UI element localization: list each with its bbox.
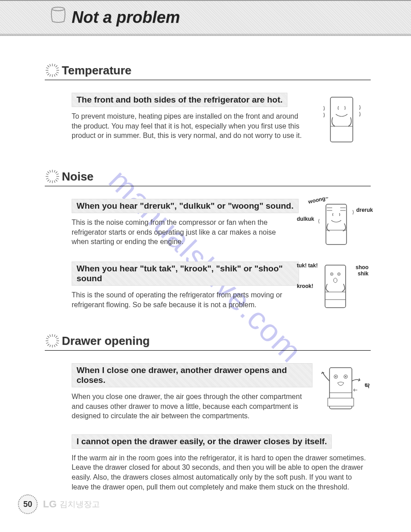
svg-line-27 [50,170,51,172]
jar-icon [47,5,69,23]
svg-line-24 [56,180,57,181]
item-row: When I close one drawer, another drawer … [72,363,371,421]
svg-line-32 [56,178,59,179]
svg-line-53 [47,336,49,338]
svg-line-12 [46,72,48,73]
svg-line-8 [47,73,49,75]
svg-line-31 [56,174,59,175]
item-title: The front and both sides of the refriger… [72,93,287,107]
header-band: Not a problem [0,0,411,36]
page-number: 50 [18,494,38,514]
label-shik: shik [358,270,368,277]
section-header: Drawer opening [45,333,371,351]
section-title: Drawer opening [62,334,150,348]
item-row: When you hear "dreruk", "dulkuk" or "woo… [72,199,371,248]
svg-line-30 [46,178,48,179]
svg-line-26 [47,180,49,181]
svg-line-33 [50,180,51,183]
svg-line-55 [56,336,57,338]
item-body: This is the sound of operating the refri… [72,290,299,309]
sunburst-icon [45,333,60,348]
label-krook: krook! [297,283,313,289]
svg-line-10 [54,64,55,66]
svg-line-28 [54,170,55,172]
item-body: To prevent moisture, heating pipes are i… [72,112,313,141]
section-title: Noise [62,170,94,184]
section-header: Noise [45,169,371,186]
svg-point-46 [331,274,332,275]
svg-line-14 [56,72,59,73]
page-title: Not a problem [72,8,180,27]
item-body: When you close one drawer, the air goes … [72,392,313,421]
svg-line-11 [46,68,48,69]
svg-line-25 [56,172,57,173]
footer-korean-text: 김치냉장고 [60,499,100,510]
svg-line-57 [50,335,51,337]
fridge-drawer-illustration: 탁 [313,363,371,412]
section-drawer: Drawer opening When I close one drawer, … [45,333,371,492]
section-temperature: Temperature The front and both sides of … [45,63,371,146]
item-title: When you hear "dreruk", "dulkuk" or "woo… [72,199,299,213]
item-text: I cannot open the drawer easily, or the … [72,434,371,492]
svg-line-54 [56,344,57,346]
svg-line-16 [54,74,55,77]
label-dreruk: dreruk [356,207,373,213]
item-body: This is the noise coming from the compre… [72,218,299,247]
section-title: Temperature [62,64,132,77]
page-footer: 50 LG 김치냉장고 [18,494,100,514]
label-shoo: shoo [355,264,368,270]
svg-line-9 [50,64,51,66]
item-text: When you hear "tuk tak", "krook", "shik"… [72,262,299,309]
item-title: I cannot open the drawer easily, or the … [72,434,332,449]
item-body: If the warm air in the room goes into th… [72,453,371,492]
label-dulkuk: dulkuk [297,216,314,222]
item-title: When you hear "tuk tak", "krook", "shik"… [72,262,299,286]
fridge-noise2-illustration: tuk! tak! shoo shik krook! [299,262,371,311]
item-title: When I close one drawer, another drawer … [72,363,313,387]
sunburst-icon [45,63,60,78]
footer-brand: LG [43,498,57,510]
item-row: When you hear "tuk tak", "krook", "shik"… [72,262,371,311]
svg-line-23 [47,172,49,173]
svg-point-70 [335,376,337,378]
svg-point-0 [52,7,64,11]
svg-line-61 [56,338,59,339]
svg-line-58 [54,335,55,337]
label-tuktak: tuk! tak! [297,262,318,269]
svg-line-62 [56,343,59,343]
svg-line-63 [50,345,51,347]
svg-rect-41 [325,265,346,308]
item-row: The front and both sides of the refriger… [72,93,371,146]
svg-point-47 [338,274,339,275]
svg-line-5 [47,65,49,67]
svg-line-15 [50,74,51,77]
sunburst-icon [45,169,60,184]
item-row: I cannot open the drawer easily, or the … [72,434,371,492]
svg-line-56 [47,344,49,346]
fridge-noise1-illustration: woong~ dreruk dulkuk [299,199,371,248]
section-noise: Noise When you hear "dreruk", "dulkuk" o… [45,169,371,311]
item-text: The front and both sides of the refriger… [72,93,313,141]
svg-line-64 [54,345,55,347]
item-text: When you hear "dreruk", "dulkuk" or "woo… [72,199,299,247]
svg-point-71 [345,376,347,378]
svg-line-6 [56,73,57,75]
svg-line-34 [54,180,55,183]
label-tak: 탁 [364,382,370,390]
svg-line-7 [56,65,57,67]
svg-rect-67 [328,398,354,406]
item-text: When I close one drawer, another drawer … [72,363,313,421]
svg-line-60 [46,343,48,343]
content-area: Temperature The front and both sides of … [0,36,411,492]
svg-line-29 [46,174,48,175]
section-header: Temperature [45,63,371,80]
svg-line-13 [56,68,59,69]
fridge-hot-illustration [313,93,371,146]
svg-line-59 [46,338,48,339]
svg-rect-17 [330,97,353,142]
